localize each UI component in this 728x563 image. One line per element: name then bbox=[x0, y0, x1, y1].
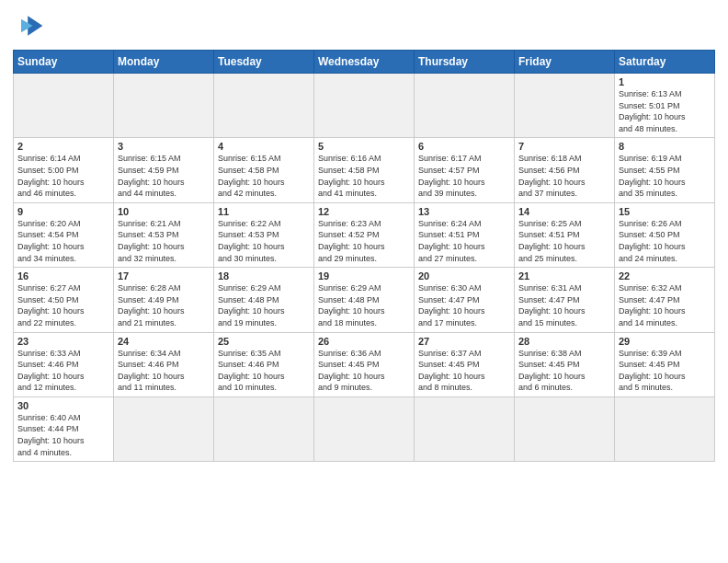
calendar-cell: 12Sunrise: 6:23 AM Sunset: 4:52 PM Dayli… bbox=[314, 202, 415, 267]
calendar-cell: 28Sunrise: 6:38 AM Sunset: 4:45 PM Dayli… bbox=[515, 332, 615, 396]
day-number: 28 bbox=[518, 336, 610, 347]
calendar-cell bbox=[415, 396, 515, 461]
calendar-cell: 22Sunrise: 6:32 AM Sunset: 4:47 PM Dayli… bbox=[615, 268, 715, 332]
calendar-cell: 16Sunrise: 6:27 AM Sunset: 4:50 PM Dayli… bbox=[14, 268, 114, 332]
calendar-cell: 1Sunrise: 6:13 AM Sunset: 5:01 PM Daylig… bbox=[615, 74, 715, 138]
calendar-cell: 26Sunrise: 6:36 AM Sunset: 4:45 PM Dayli… bbox=[314, 332, 415, 396]
day-info: Sunrise: 6:33 AM Sunset: 4:46 PM Dayligh… bbox=[17, 348, 109, 394]
calendar-cell bbox=[314, 396, 415, 461]
day-info: Sunrise: 6:21 AM Sunset: 4:53 PM Dayligh… bbox=[118, 218, 210, 264]
calendar-cell bbox=[114, 396, 214, 461]
calendar-cell bbox=[515, 74, 615, 138]
day-info: Sunrise: 6:20 AM Sunset: 4:54 PM Dayligh… bbox=[17, 218, 109, 264]
day-number: 3 bbox=[118, 141, 210, 152]
calendar-cell: 10Sunrise: 6:21 AM Sunset: 4:53 PM Dayli… bbox=[114, 202, 214, 267]
calendar-cell: 30Sunrise: 6:40 AM Sunset: 4:44 PM Dayli… bbox=[14, 396, 114, 461]
day-info: Sunrise: 6:31 AM Sunset: 4:47 PM Dayligh… bbox=[518, 282, 610, 328]
calendar-cell: 9Sunrise: 6:20 AM Sunset: 4:54 PM Daylig… bbox=[14, 202, 114, 267]
weekday-header-saturday: Saturday bbox=[615, 51, 715, 74]
calendar-cell bbox=[515, 396, 615, 461]
logo-area bbox=[13, 9, 50, 42]
day-info: Sunrise: 6:15 AM Sunset: 4:59 PM Dayligh… bbox=[118, 153, 210, 199]
day-info: Sunrise: 6:14 AM Sunset: 5:00 PM Dayligh… bbox=[17, 153, 109, 199]
day-info: Sunrise: 6:32 AM Sunset: 4:47 PM Dayligh… bbox=[619, 282, 711, 328]
day-number: 17 bbox=[118, 270, 210, 282]
day-info: Sunrise: 6:37 AM Sunset: 4:45 PM Dayligh… bbox=[418, 348, 510, 394]
calendar-week-row: 16Sunrise: 6:27 AM Sunset: 4:50 PM Dayli… bbox=[14, 268, 715, 332]
day-info: Sunrise: 6:15 AM Sunset: 4:58 PM Dayligh… bbox=[218, 153, 310, 199]
calendar-cell bbox=[114, 74, 214, 138]
calendar-cell bbox=[415, 74, 515, 138]
day-info: Sunrise: 6:24 AM Sunset: 4:51 PM Dayligh… bbox=[418, 218, 510, 264]
day-info: Sunrise: 6:34 AM Sunset: 4:46 PM Dayligh… bbox=[118, 348, 210, 394]
day-number: 10 bbox=[118, 206, 210, 217]
day-number: 21 bbox=[518, 270, 610, 282]
day-number: 6 bbox=[418, 141, 510, 152]
calendar-cell: 6Sunrise: 6:17 AM Sunset: 4:57 PM Daylig… bbox=[415, 138, 515, 202]
calendar-week-row: 1Sunrise: 6:13 AM Sunset: 5:01 PM Daylig… bbox=[14, 74, 715, 138]
calendar-cell: 25Sunrise: 6:35 AM Sunset: 4:46 PM Dayli… bbox=[214, 332, 314, 396]
calendar-week-row: 2Sunrise: 6:14 AM Sunset: 5:00 PM Daylig… bbox=[14, 138, 715, 202]
weekday-header-friday: Friday bbox=[515, 51, 615, 74]
day-info: Sunrise: 6:17 AM Sunset: 4:57 PM Dayligh… bbox=[418, 153, 510, 199]
day-number: 8 bbox=[619, 141, 711, 152]
calendar-table: SundayMondayTuesdayWednesdayThursdayFrid… bbox=[13, 50, 715, 462]
weekday-header-thursday: Thursday bbox=[415, 51, 515, 74]
calendar-cell: 2Sunrise: 6:14 AM Sunset: 5:00 PM Daylig… bbox=[14, 138, 114, 202]
calendar-cell: 11Sunrise: 6:22 AM Sunset: 4:53 PM Dayli… bbox=[214, 202, 314, 267]
day-info: Sunrise: 6:19 AM Sunset: 4:55 PM Dayligh… bbox=[619, 153, 711, 199]
page: SundayMondayTuesdayWednesdayThursdayFrid… bbox=[0, 0, 728, 563]
calendar-cell: 23Sunrise: 6:33 AM Sunset: 4:46 PM Dayli… bbox=[14, 332, 114, 396]
calendar-cell: 4Sunrise: 6:15 AM Sunset: 4:58 PM Daylig… bbox=[214, 138, 314, 202]
day-info: Sunrise: 6:39 AM Sunset: 4:45 PM Dayligh… bbox=[619, 348, 711, 394]
day-info: Sunrise: 6:23 AM Sunset: 4:52 PM Dayligh… bbox=[318, 218, 410, 264]
day-number: 25 bbox=[218, 336, 310, 347]
calendar-cell: 8Sunrise: 6:19 AM Sunset: 4:55 PM Daylig… bbox=[615, 138, 715, 202]
day-number: 24 bbox=[118, 336, 210, 347]
day-number: 14 bbox=[518, 206, 610, 217]
header bbox=[13, 9, 715, 42]
day-number: 22 bbox=[619, 270, 711, 282]
day-info: Sunrise: 6:13 AM Sunset: 5:01 PM Dayligh… bbox=[619, 88, 711, 134]
day-number: 13 bbox=[418, 206, 510, 217]
calendar-cell: 19Sunrise: 6:29 AM Sunset: 4:48 PM Dayli… bbox=[314, 268, 415, 332]
day-info: Sunrise: 6:22 AM Sunset: 4:53 PM Dayligh… bbox=[218, 218, 310, 264]
day-number: 5 bbox=[318, 141, 410, 152]
calendar-cell: 18Sunrise: 6:29 AM Sunset: 4:48 PM Dayli… bbox=[214, 268, 314, 332]
calendar-cell: 20Sunrise: 6:30 AM Sunset: 4:47 PM Dayli… bbox=[415, 268, 515, 332]
day-number: 23 bbox=[17, 336, 109, 347]
calendar-week-row: 23Sunrise: 6:33 AM Sunset: 4:46 PM Dayli… bbox=[14, 332, 715, 396]
day-info: Sunrise: 6:16 AM Sunset: 4:58 PM Dayligh… bbox=[318, 153, 410, 199]
day-number: 19 bbox=[318, 270, 410, 282]
day-number: 7 bbox=[518, 141, 610, 152]
calendar-cell: 27Sunrise: 6:37 AM Sunset: 4:45 PM Dayli… bbox=[415, 332, 515, 396]
day-info: Sunrise: 6:38 AM Sunset: 4:45 PM Dayligh… bbox=[518, 348, 610, 394]
calendar-cell bbox=[14, 74, 114, 138]
calendar-cell: 7Sunrise: 6:18 AM Sunset: 4:56 PM Daylig… bbox=[515, 138, 615, 202]
day-number: 11 bbox=[218, 206, 310, 217]
calendar-cell: 5Sunrise: 6:16 AM Sunset: 4:58 PM Daylig… bbox=[314, 138, 415, 202]
day-number: 1 bbox=[619, 76, 711, 87]
day-info: Sunrise: 6:29 AM Sunset: 4:48 PM Dayligh… bbox=[218, 282, 310, 328]
calendar-cell: 14Sunrise: 6:25 AM Sunset: 4:51 PM Dayli… bbox=[515, 202, 615, 267]
day-info: Sunrise: 6:26 AM Sunset: 4:50 PM Dayligh… bbox=[619, 218, 711, 264]
weekday-header-row: SundayMondayTuesdayWednesdayThursdayFrid… bbox=[14, 51, 715, 74]
calendar-cell: 24Sunrise: 6:34 AM Sunset: 4:46 PM Dayli… bbox=[114, 332, 214, 396]
day-info: Sunrise: 6:35 AM Sunset: 4:46 PM Dayligh… bbox=[218, 348, 310, 394]
day-number: 30 bbox=[17, 400, 109, 411]
day-number: 4 bbox=[218, 141, 310, 152]
day-number: 12 bbox=[318, 206, 410, 217]
day-info: Sunrise: 6:30 AM Sunset: 4:47 PM Dayligh… bbox=[418, 282, 510, 328]
day-number: 27 bbox=[418, 336, 510, 347]
day-number: 2 bbox=[17, 141, 109, 152]
day-info: Sunrise: 6:40 AM Sunset: 4:44 PM Dayligh… bbox=[17, 412, 109, 458]
general-blue-logo-icon bbox=[13, 9, 46, 42]
calendar-cell bbox=[214, 396, 314, 461]
day-number: 15 bbox=[619, 206, 711, 217]
calendar-week-row: 9Sunrise: 6:20 AM Sunset: 4:54 PM Daylig… bbox=[14, 202, 715, 267]
day-number: 9 bbox=[17, 206, 109, 217]
day-number: 20 bbox=[418, 270, 510, 282]
day-number: 29 bbox=[619, 336, 711, 347]
calendar-cell bbox=[314, 74, 415, 138]
day-info: Sunrise: 6:18 AM Sunset: 4:56 PM Dayligh… bbox=[518, 153, 610, 199]
